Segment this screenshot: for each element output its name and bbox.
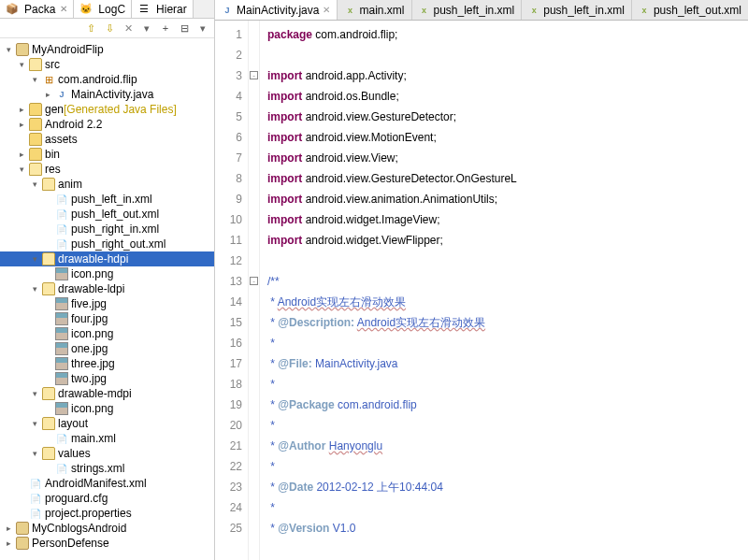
caret-icon[interactable] xyxy=(43,239,53,250)
tree-item[interactable]: drawable-hdpi xyxy=(0,251,214,266)
tree-item[interactable]: proguard.cfg xyxy=(0,491,214,506)
caret-icon[interactable] xyxy=(43,209,53,220)
code-line[interactable]: import android.os.Bundle; xyxy=(267,86,741,107)
caret-icon[interactable] xyxy=(43,404,53,414)
toolbar-plus-button[interactable] xyxy=(158,21,173,36)
tree-item[interactable]: push_right_out.xml xyxy=(0,237,214,251)
caret-icon[interactable] xyxy=(43,90,53,100)
caret-icon[interactable] xyxy=(17,479,27,489)
toolbar-menu-button[interactable] xyxy=(195,21,210,36)
caret-icon[interactable] xyxy=(17,105,27,115)
tree-item[interactable]: Android 2.2 xyxy=(0,117,214,132)
caret-icon[interactable] xyxy=(4,524,14,534)
code-line[interactable]: import android.widget.ImageView; xyxy=(267,209,741,230)
code-line[interactable]: * xyxy=(267,456,741,477)
code-line[interactable] xyxy=(267,45,741,65)
code-line[interactable]: * xyxy=(267,497,741,518)
caret-icon[interactable] xyxy=(17,60,27,70)
caret-icon[interactable] xyxy=(30,75,40,85)
caret-icon[interactable] xyxy=(30,284,40,294)
caret-icon[interactable] xyxy=(4,45,14,55)
caret-icon[interactable] xyxy=(30,254,40,265)
code-line[interactable]: * xyxy=(267,415,741,436)
view-tab[interactable]: 🐱LogC xyxy=(74,0,132,18)
view-tab[interactable]: ☰Hierar xyxy=(132,0,194,18)
tree-item[interactable]: project.properties xyxy=(0,506,214,521)
editor-tab[interactable]: main.xml xyxy=(338,0,411,20)
tree-item[interactable]: main.xml xyxy=(0,431,214,446)
caret-icon[interactable] xyxy=(17,494,27,504)
caret-icon[interactable] xyxy=(43,194,53,205)
tree-item[interactable]: com.android.flip xyxy=(0,72,214,87)
caret-icon[interactable] xyxy=(17,150,27,160)
code-line[interactable]: import android.view.View; xyxy=(267,148,741,168)
close-icon[interactable]: ✕ xyxy=(323,5,330,15)
caret-icon[interactable] xyxy=(17,135,27,145)
code-line[interactable]: * @Author Hanyonglu xyxy=(267,436,741,456)
code-line[interactable]: * xyxy=(267,374,741,395)
tree-item[interactable]: push_left_out.xml xyxy=(0,207,214,222)
tree-item[interactable]: values xyxy=(0,446,214,461)
code-line[interactable]: import android.widget.ViewFlipper; xyxy=(267,230,741,251)
caret-icon[interactable] xyxy=(43,359,53,369)
code-line[interactable]: import android.view.MotionEvent; xyxy=(267,127,741,148)
tree-item[interactable]: strings.xml xyxy=(0,461,214,476)
tree-item[interactable]: MainActivity.java xyxy=(0,87,214,102)
tree-item[interactable]: icon.png xyxy=(0,266,214,281)
tree-item[interactable]: two.jpg xyxy=(0,371,214,386)
editor-tab[interactable]: push_left_in.xml xyxy=(412,0,523,20)
tree-item[interactable]: three.jpg xyxy=(0,356,214,371)
toolbar-down-button[interactable] xyxy=(102,21,117,36)
view-tab[interactable]: 📦Packa✕ xyxy=(0,0,74,18)
caret-icon[interactable] xyxy=(43,299,53,309)
tree-item[interactable]: anim xyxy=(0,177,214,192)
code-line[interactable]: import android.app.Activity; xyxy=(267,65,741,86)
project-tree[interactable]: MyAndroidFlipsrccom.android.flipMainActi… xyxy=(0,38,214,560)
caret-icon[interactable] xyxy=(30,449,40,459)
code-line[interactable]: /** xyxy=(267,271,741,292)
toolbar-menu-button[interactable] xyxy=(139,21,154,36)
tree-item[interactable]: PersonDefense xyxy=(0,536,214,551)
code-line[interactable]: * @Package com.android.flip xyxy=(267,395,741,415)
tree-item[interactable]: AndroidManifest.xml xyxy=(0,476,214,491)
fold-toggle[interactable]: - xyxy=(250,277,258,285)
toolbar-x-button[interactable] xyxy=(121,21,136,36)
code-line[interactable]: package com.android.flip; xyxy=(267,24,741,45)
toolbar-eq-button[interactable] xyxy=(177,21,192,36)
code-line[interactable]: import android.view.animation.AnimationU… xyxy=(267,189,741,209)
editor-tab[interactable]: MainActivity.java✕ xyxy=(215,0,338,21)
caret-icon[interactable] xyxy=(30,419,40,429)
tree-item[interactable]: one.jpg xyxy=(0,341,214,356)
tree-item[interactable]: push_right_in.xml xyxy=(0,222,214,237)
tree-item[interactable]: src xyxy=(0,57,214,72)
code-line[interactable]: * xyxy=(267,333,741,353)
caret-icon[interactable] xyxy=(43,374,53,384)
caret-icon[interactable] xyxy=(43,464,53,474)
tree-item[interactable]: push_left_in.xml xyxy=(0,192,214,207)
tree-item[interactable]: four.jpg xyxy=(0,311,214,326)
tree-item[interactable]: drawable-mdpi xyxy=(0,386,214,401)
tree-item[interactable]: res xyxy=(0,162,214,177)
code-line[interactable]: * @Version V1.0 xyxy=(267,518,741,538)
tree-item[interactable]: gen [Generated Java Files] xyxy=(0,102,214,117)
tree-item[interactable]: bin xyxy=(0,147,214,162)
editor-tab[interactable]: push_left_out.xml xyxy=(632,0,748,20)
tree-item[interactable]: drawable-ldpi xyxy=(0,281,214,296)
tree-item[interactable]: layout xyxy=(0,416,214,431)
code-line[interactable] xyxy=(267,251,741,271)
code-line[interactable]: import android.view.GestureDetector.OnGe… xyxy=(267,168,741,189)
caret-icon[interactable] xyxy=(4,538,14,549)
caret-icon[interactable] xyxy=(17,120,27,130)
code-line[interactable]: * Android实现左右滑动效果 xyxy=(267,292,741,312)
editor-tab[interactable]: push_left_in.xml xyxy=(522,0,632,20)
caret-icon[interactable] xyxy=(43,329,53,339)
code-line[interactable]: * @Date 2012-02-12 上午10:44:04 xyxy=(267,477,741,497)
code-editor[interactable]: 1234567891011121314151617181920212223242… xyxy=(215,21,748,560)
caret-icon[interactable] xyxy=(43,344,53,354)
toolbar-up-button[interactable] xyxy=(83,21,98,36)
caret-icon[interactable] xyxy=(17,509,27,519)
tree-item[interactable]: assets xyxy=(0,132,214,147)
tree-item[interactable]: icon.png xyxy=(0,401,214,416)
caret-icon[interactable] xyxy=(43,314,53,324)
caret-icon[interactable] xyxy=(43,434,53,444)
